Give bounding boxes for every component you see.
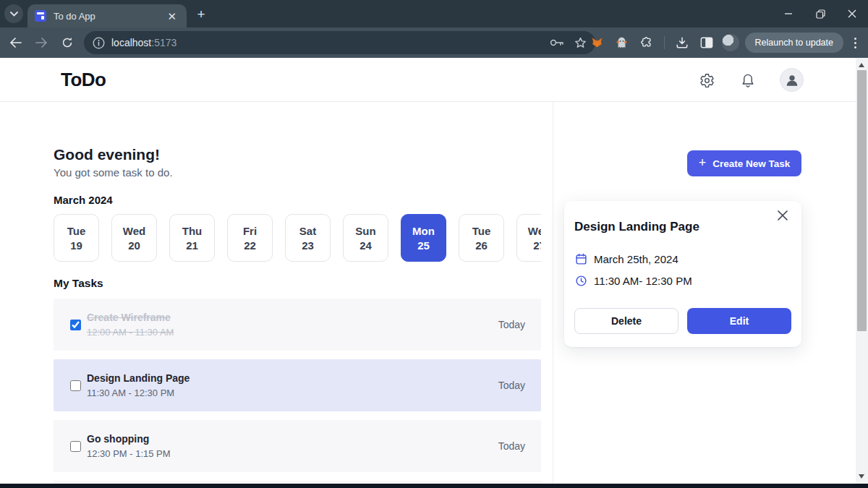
tab-favicon [35,10,46,22]
task-title: Go shopping [87,433,498,445]
extensions-puzzle-icon[interactable] [637,33,656,52]
plus-icon: + [699,155,707,171]
task-due: Today [498,380,525,391]
task-row[interactable]: Create Wireframe 12:00 AM - 11:30 AM Tod… [54,299,541,351]
month-label: March 2024 [54,194,113,206]
date-card-number: 24 [359,239,372,252]
date-card-day: Tue [472,225,491,237]
app-header: ToDo [0,58,868,102]
browser-menu-icon[interactable] [849,38,861,48]
task-list: Create Wireframe 12:00 AM - 11:30 AM Tod… [54,299,541,472]
clock-icon [575,275,587,287]
date-card-number: 19 [70,239,82,252]
edit-button[interactable]: Edit [687,308,791,334]
side-panel-icon[interactable] [697,33,716,52]
date-card[interactable]: Sun 24 [343,214,388,262]
back-button[interactable] [4,32,26,53]
reload-icon [61,37,73,48]
task-checkbox[interactable] [70,380,81,391]
delete-button[interactable]: Delete [574,308,678,334]
settings-button[interactable] [697,71,716,90]
tab-strip: To do App ✕ + [0,0,868,27]
tab-search-button[interactable] [4,4,23,23]
forward-button[interactable] [30,32,52,53]
reload-button[interactable] [56,32,78,53]
date-card-day: Sat [299,225,316,237]
create-new-task-button[interactable]: + Create New Task [687,150,801,176]
date-card-number: 27 [533,239,541,252]
notifications-button[interactable] [739,71,757,90]
password-key-icon[interactable] [550,38,564,47]
toolbar-extensions-area: Relaunch to update [588,27,868,58]
window-restore-button[interactable] [804,0,836,27]
task-info: Design Landing Page 11:30 AM - 12:30 PM [87,372,498,398]
url-text: localhost:5173 [111,37,550,48]
date-card[interactable]: Mon 25 [401,214,446,262]
panel-close-button[interactable] [775,208,790,223]
date-card-day: Sun [355,225,375,237]
task-time: 11:30 AM - 12:30 PM [87,388,498,398]
date-card-day: Fri [243,225,257,237]
relaunch-to-update-button[interactable]: Relaunch to update [745,33,843,53]
bookmark-star-icon[interactable] [574,37,587,49]
scrollbar-thumb[interactable] [857,70,867,331]
tab-close-icon[interactable]: ✕ [164,9,179,23]
date-card[interactable]: Tue 26 [459,214,504,262]
date-card[interactable]: Wed 20 [111,214,157,262]
metamask-extension-icon[interactable] [588,33,607,52]
task-row[interactable]: Go shopping 12:30 PM - 1:15 PM Today [54,420,541,472]
date-card[interactable]: Tue 19 [54,214,99,262]
scrollbar-up-arrow[interactable] [859,63,864,67]
date-card[interactable]: Wed 27 [516,214,541,262]
date-card[interactable]: Sat 23 [285,214,331,262]
task-row[interactable]: Design Landing Page 11:30 AM - 12:30 PM … [54,359,541,411]
task-info: Create Wireframe 12:00 AM - 11:30 AM [87,312,498,338]
task-detail-panel: Design Landing Page March 25th, 2024 11:… [564,201,801,347]
minimize-icon [784,9,793,18]
date-card[interactable]: Fri 22 [227,214,273,262]
downloads-icon[interactable] [673,33,692,52]
window-minimize-button[interactable] [773,0,804,27]
browser-tab[interactable]: To do App ✕ [27,4,187,27]
user-avatar[interactable] [780,68,804,92]
date-card-number: 22 [244,239,256,252]
task-info: Go shopping 12:30 PM - 1:15 PM [87,433,498,459]
window-controls [773,0,868,27]
forward-icon [35,38,48,48]
task-due: Today [498,319,525,330]
panel-time-text: 11:30 AM- 12:30 PM [594,275,692,287]
scrollbar-down-arrow[interactable] [859,474,864,479]
bell-icon [741,73,755,88]
date-card[interactable]: Thu 21 [169,214,215,262]
chevron-down-icon [10,12,18,17]
person-icon [784,72,800,88]
restore-icon [816,9,825,19]
date-carousel: Tue 19 Wed 20 Thu 21 Fri 22 Sat 23 Sun 2… [54,214,541,263]
date-card-number: 20 [128,239,140,252]
ghostery-extension-icon[interactable] [613,33,631,52]
create-new-task-label: Create New Task [712,158,790,169]
new-tab-button[interactable]: + [192,6,210,23]
window-close-button[interactable] [836,0,868,27]
date-card-day: Wed [528,225,541,237]
task-checkbox[interactable] [70,441,81,452]
page-scrollbar[interactable] [856,58,868,484]
site-info-icon [93,37,105,49]
address-bar[interactable]: localhost:5173 [84,31,595,54]
task-time: 12:00 AM - 11:30 AM [87,327,498,338]
task-title: Create Wireframe [87,312,498,323]
browser-profile-avatar[interactable] [722,34,739,51]
tasks-heading: My Tasks [54,277,103,290]
panel-date-text: March 25th, 2024 [594,253,678,265]
task-due: Today [498,440,525,452]
toolbar-separator [664,36,665,49]
close-icon [848,9,856,18]
greeting-subtitle: You got some task to do. [54,166,173,179]
date-card-day: Wed [123,225,145,237]
content-divider [553,102,553,484]
panel-time-row: 11:30 AM- 12:30 PM [575,275,692,287]
task-time: 12:30 PM - 1:15 PM [87,448,498,459]
date-card-number: 26 [475,239,488,252]
task-checkbox[interactable] [70,320,81,330]
date-card-number: 21 [186,239,198,252]
